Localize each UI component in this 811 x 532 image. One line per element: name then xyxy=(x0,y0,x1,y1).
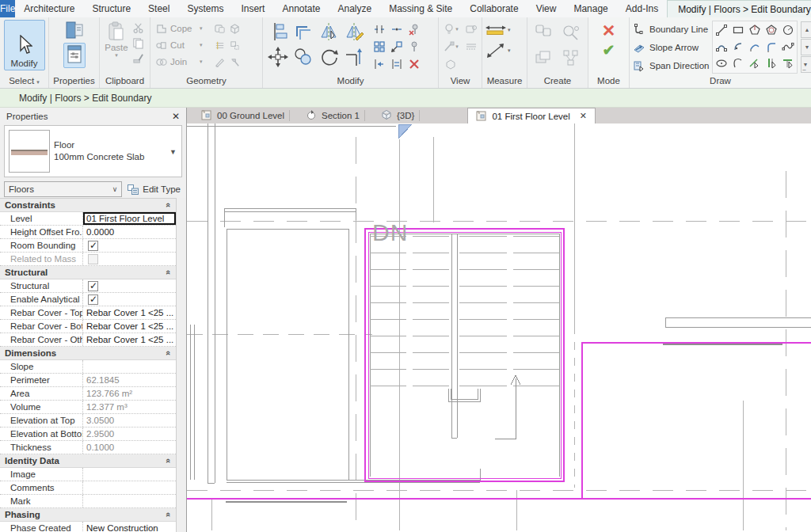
section-header-phasing[interactable]: Phasing« xyxy=(0,508,176,522)
draw-gallery-up-button[interactable]: ▲ xyxy=(801,21,811,38)
cut-geometry-button[interactable]: Cut▾ xyxy=(155,38,259,52)
tab-structure[interactable]: Structure xyxy=(83,0,139,17)
offset-icon[interactable] xyxy=(291,20,315,44)
create-group-icon[interactable] xyxy=(531,21,558,46)
create-parts-icon[interactable] xyxy=(531,46,558,71)
property-value[interactable] xyxy=(83,360,176,373)
paste-button[interactable]: Paste ▾ xyxy=(105,21,128,74)
property-value[interactable]: 3.0500 xyxy=(83,414,176,427)
collapse-section-icon[interactable]: « xyxy=(164,351,173,355)
join-button[interactable]: Join▾ xyxy=(155,55,259,69)
tab-view[interactable]: View xyxy=(527,0,565,17)
panel-label-view[interactable]: View xyxy=(439,75,482,87)
section-header-structural[interactable]: Structural« xyxy=(0,266,176,279)
cancel-edit-mode-button[interactable]: ✕ xyxy=(602,22,616,40)
split-gap-icon[interactable] xyxy=(388,21,406,38)
property-value[interactable]: 01 First Floor Level xyxy=(83,212,176,225)
match-type-icon[interactable] xyxy=(132,52,144,64)
properties-close-icon[interactable]: ✕ xyxy=(172,111,180,122)
type-selector[interactable]: Floor 100mm Concrete Slab ▼ xyxy=(4,125,182,177)
boundary-line-tool[interactable]: Boundary Line xyxy=(633,21,709,37)
rotate-icon[interactable] xyxy=(317,45,341,69)
tab-add-ins[interactable]: Add-Ins xyxy=(617,0,667,17)
view-tab-2[interactable]: Section 1 xyxy=(298,108,373,124)
geometry-box-icon[interactable] xyxy=(229,23,241,35)
property-value[interactable] xyxy=(83,481,176,494)
panel-label-draw[interactable]: Draw xyxy=(630,75,811,87)
array-icon[interactable] xyxy=(371,38,388,55)
pick-walls-icon[interactable] xyxy=(763,55,779,71)
tab-insert[interactable]: Insert xyxy=(232,0,273,17)
property-value[interactable] xyxy=(83,468,176,481)
finish-edit-mode-button[interactable]: ✔ xyxy=(603,43,615,59)
view-tab-1[interactable]: 00 Ground Level xyxy=(193,108,298,124)
section-marker-flag[interactable] xyxy=(398,124,412,139)
scale-icon[interactable] xyxy=(388,38,406,55)
properties-palette-icon[interactable] xyxy=(64,20,85,40)
align-icon[interactable] xyxy=(266,20,290,44)
property-value[interactable] xyxy=(83,239,176,252)
start-end-radius-arc-icon[interactable] xyxy=(714,39,729,55)
pin-icon[interactable] xyxy=(406,38,423,55)
property-value[interactable]: New Construction xyxy=(83,522,176,532)
checkbox-checked-icon[interactable] xyxy=(88,241,98,251)
spline-draw-icon[interactable] xyxy=(780,39,796,55)
render-icon[interactable] xyxy=(461,21,482,38)
property-value[interactable]: Rebar Cover 1 <25 ... xyxy=(83,333,176,346)
panel-label-measure[interactable]: Measure xyxy=(482,75,527,87)
create-similar-icon[interactable] xyxy=(558,21,584,46)
draw-gallery-down-button[interactable]: ▼ xyxy=(801,39,811,55)
rectangle-draw-icon[interactable] xyxy=(730,22,746,38)
profile-dots-icon[interactable] xyxy=(229,40,241,51)
copy-icon[interactable] xyxy=(132,37,144,49)
panel-label-modify[interactable]: Modify xyxy=(263,75,438,87)
mirror-draw-axis-icon[interactable] xyxy=(342,20,366,44)
match-alignments-icon[interactable] xyxy=(388,55,406,73)
cope-button[interactable]: Cope▾ xyxy=(155,21,259,36)
cut-icon[interactable] xyxy=(132,22,144,34)
unpin-icon[interactable] xyxy=(406,21,423,38)
property-value[interactable]: 2.9500 xyxy=(83,428,176,440)
tab-massing-site[interactable]: Massing & Site xyxy=(380,0,461,17)
line-draw-icon[interactable] xyxy=(714,22,729,38)
delete-icon[interactable] xyxy=(406,55,423,73)
tab-systems[interactable]: Systems xyxy=(178,0,232,17)
property-value[interactable] xyxy=(83,253,176,265)
section-header-identity-data[interactable]: Identity Data« xyxy=(0,454,176,468)
fillet-arc-icon[interactable] xyxy=(763,39,779,55)
property-grid-scrollbar[interactable] xyxy=(176,198,186,532)
copy-element-icon[interactable] xyxy=(291,45,315,69)
tab-manage[interactable]: Manage xyxy=(565,0,616,17)
view-tab-3[interactable]: {3D} xyxy=(373,108,428,124)
property-value[interactable]: Rebar Cover 1 <25 ... xyxy=(83,320,176,332)
section-header-dimensions[interactable]: Dimensions« xyxy=(0,347,176,360)
element-filter-dropdown[interactable]: Floors ∨ xyxy=(4,181,122,197)
circumscribed-polygon-draw-icon[interactable] xyxy=(763,22,779,38)
file-tab[interactable]: File xyxy=(0,0,15,17)
tab-modify-contextual[interactable]: Modify | Floors > Edit Boundary xyxy=(667,0,811,17)
viewbox-icon[interactable] xyxy=(440,55,461,73)
hammer-icon[interactable] xyxy=(229,56,241,68)
trim-extend-icon[interactable] xyxy=(342,45,366,69)
panel-label-properties[interactable]: Properties xyxy=(49,75,99,87)
mirror-pick-axis-icon[interactable] xyxy=(317,20,341,44)
partial-ellipse-draw-icon[interactable] xyxy=(730,55,746,71)
panel-label-create[interactable]: Create xyxy=(527,75,588,87)
measure-along-element-button[interactable]: ▾ xyxy=(485,43,527,59)
pick-supports-icon[interactable] xyxy=(780,55,796,71)
move-icon[interactable] xyxy=(266,45,290,69)
align-dim-icon[interactable] xyxy=(371,55,388,73)
demolish-pencil-icon[interactable] xyxy=(214,56,226,68)
tab-analyze[interactable]: Analyze xyxy=(329,0,381,17)
ellipse-draw-icon[interactable] xyxy=(714,55,729,71)
span-direction-tool[interactable]: Span Direction xyxy=(633,57,709,74)
panel-label-clipboard[interactable]: Clipboard xyxy=(100,75,150,87)
modify-tool-button[interactable]: Modify xyxy=(4,20,45,70)
panel-label-mode[interactable]: Mode xyxy=(588,75,629,87)
panel-label-geometry[interactable]: Geometry xyxy=(150,75,262,87)
checkbox-checked-icon[interactable] xyxy=(88,294,98,305)
cut-geometry-alt-icon[interactable] xyxy=(214,23,226,35)
view-tab-4[interactable]: 01 First Floor Level✕ xyxy=(467,108,596,124)
property-value[interactable] xyxy=(83,495,176,507)
property-value[interactable] xyxy=(83,293,176,306)
